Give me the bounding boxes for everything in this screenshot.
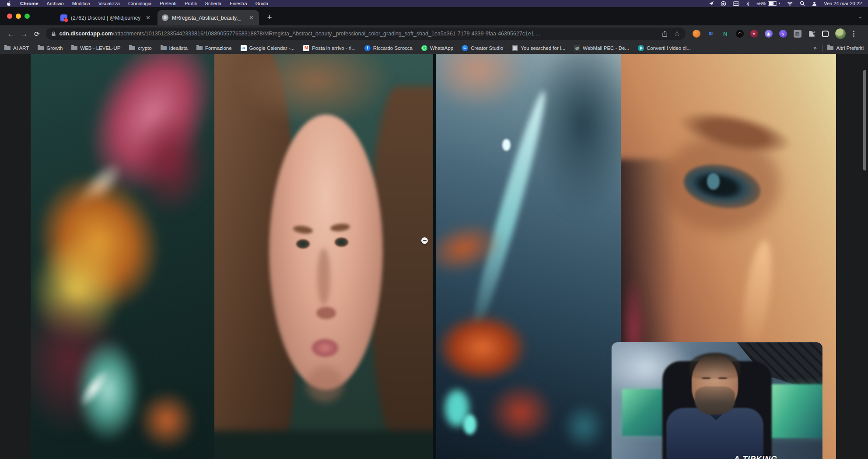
menu-profili[interactable]: Profili — [185, 1, 197, 6]
bookmark-folder-formazione[interactable]: Formazione — [196, 45, 232, 51]
tab-close-icon[interactable]: ✕ — [248, 14, 255, 21]
vertical-scrollbar[interactable] — [863, 70, 866, 170]
bookmark-folder-idealista[interactable]: idealista — [161, 45, 188, 51]
bookmark-facebook-profile[interactable]: fRiccardo Scrocca — [364, 45, 413, 51]
url-path: /attachments/1013512335442333816/1088905… — [113, 31, 540, 37]
ext-orange-fox-icon[interactable] — [693, 30, 700, 38]
folder-icon — [129, 46, 135, 50]
gmail-icon: M — [303, 45, 309, 51]
ext-white-square-icon[interactable] — [822, 31, 829, 37]
bookmark-label: Google Calendar -... — [249, 45, 295, 51]
reload-button[interactable]: ⟳ — [34, 31, 40, 37]
forward-button[interactable]: → — [21, 30, 28, 38]
url-text[interactable]: cdn.discordapp.com/attachments/101351233… — [60, 31, 659, 37]
minimize-window-button[interactable] — [16, 14, 21, 19]
facebook-icon: f — [364, 45, 371, 51]
bookmark-video-converter[interactable]: Converti i video di... — [638, 45, 691, 51]
tab-discord[interactable]: (2762) Discord | @Midjourney ✕ — [56, 10, 156, 25]
menu-cronologia[interactable]: Cronologia — [128, 1, 151, 6]
folder-icon — [4, 46, 10, 50]
battery-percent-label: 56% — [756, 1, 766, 6]
whatsapp-icon — [421, 45, 427, 51]
ext-purple-s-icon[interactable]: s — [779, 30, 787, 38]
bookmark-label: Formazione — [205, 45, 232, 51]
ext-green-n-icon[interactable]: N — [721, 30, 729, 38]
globe-favicon — [162, 14, 168, 21]
menu-chrome[interactable]: Chrome — [20, 1, 38, 6]
mouse-cursor — [421, 237, 428, 244]
folder-icon — [38, 46, 44, 50]
ext-blue-waves-icon[interactable]: ≋ — [707, 30, 715, 38]
bookmark-folder-web-level-up[interactable]: WEB - LEVEL-UP — [71, 45, 120, 51]
bookmark-label: You searched for l... — [521, 45, 565, 51]
webmail-icon: @ — [574, 45, 580, 51]
bluetooth-icon[interactable] — [746, 1, 750, 7]
bookmarks-bar: AI ART Growth WEB - LEVEL-UP crypto idea… — [0, 42, 868, 54]
nav-buttons: ← → ⟳ — [0, 30, 46, 38]
bookmark-folder-growth[interactable]: Growth — [38, 45, 63, 51]
bookmark-creator-studio[interactable]: ∞Creator Studio — [462, 45, 503, 51]
menubar-clock[interactable]: Ven 24 mar 20:22 — [824, 1, 862, 6]
chrome-menu-icon[interactable] — [852, 31, 855, 37]
bookmark-folder-ai-art[interactable]: AI ART — [4, 45, 29, 51]
bookmarks-list: AI ART Growth WEB - LEVEL-UP crypto idea… — [4, 45, 812, 51]
converter-icon — [638, 45, 644, 51]
wifi-icon[interactable] — [787, 1, 793, 6]
bookmark-gmail-inbox[interactable]: MPosta in arrivo - ri... — [303, 45, 356, 51]
omnibox[interactable]: cdn.discordapp.com/attachments/101351233… — [46, 28, 686, 40]
other-favorites-folder[interactable]: Altri Preferiti — [827, 45, 864, 51]
ext-black-circle-icon[interactable]: ◠ — [736, 30, 744, 38]
discord-favicon — [60, 14, 67, 21]
window-controls — [7, 14, 30, 19]
menu-scheda[interactable]: Scheda — [205, 1, 221, 6]
menubar-left: Chrome Archivio Modifica Visualizza Cron… — [6, 0, 268, 7]
artwork-panel-abstract-blue — [433, 54, 621, 459]
tab-image-active[interactable]: MRregista_Abstract_beauty._ ✕ — [158, 10, 259, 25]
menu-archivio[interactable]: Archivio — [47, 1, 64, 6]
ext-red-key-icon[interactable]: ⚬ — [750, 30, 758, 38]
menu-visualizza[interactable]: Visualizza — [98, 1, 120, 6]
menu-preferiti[interactable]: Preferiti — [160, 1, 176, 6]
battery-indicator[interactable]: 56% — [756, 1, 780, 6]
extensions-puzzle-icon[interactable] — [808, 30, 816, 38]
tab-search-chevron-icon[interactable]: ⌄ — [858, 13, 863, 20]
apple-menu-icon[interactable] — [6, 1, 12, 7]
menu-guida[interactable]: Guida — [256, 1, 268, 6]
menu-modifica[interactable]: Modifica — [72, 1, 90, 6]
bookmarks-overflow-chevron[interactable]: » — [812, 45, 818, 51]
tab-title: MRregista_Abstract_beauty._ — [172, 15, 245, 21]
menu-finestra[interactable]: Finestra — [230, 1, 247, 6]
bookmark-label: Riccardo Scrocca — [373, 45, 413, 51]
bookmark-webmail-pec[interactable]: @WebMail PEC - De... — [574, 45, 629, 51]
user-switch-icon[interactable] — [812, 1, 817, 7]
bookmark-whatsapp[interactable]: WhatsApp — [421, 45, 453, 51]
profile-avatar[interactable] — [835, 28, 846, 39]
bookmark-label: AI ART — [13, 45, 29, 51]
location-icon[interactable] — [709, 1, 714, 6]
bookmark-folder-crypto[interactable]: crypto — [129, 45, 151, 51]
bookmark-you-searched[interactable]: You searched for l... — [512, 45, 565, 51]
lock-icon[interactable] — [51, 31, 56, 37]
display-icon[interactable] — [733, 1, 739, 6]
omnibox-actions: ☆ — [662, 30, 680, 37]
ext-purple-eye-icon[interactable]: ◉ — [765, 30, 773, 38]
zoom-window-button[interactable] — [24, 14, 30, 19]
chrome-toolbar: ← → ⟳ cdn.discordapp.com/attachments/101… — [0, 25, 868, 42]
bookmark-star-icon[interactable]: ☆ — [674, 30, 680, 37]
extensions-area: ≋ N ◠ ⚬ ◉ s ▥ — [686, 28, 861, 39]
back-button[interactable]: ← — [7, 30, 14, 38]
screen-record-icon[interactable] — [721, 1, 726, 7]
new-tab-button[interactable]: + — [264, 13, 275, 23]
close-window-button[interactable] — [7, 14, 12, 19]
chrome-tabstrip: (2762) Discord | @Midjourney ✕ MRregista… — [0, 7, 868, 25]
spotlight-icon[interactable] — [800, 1, 805, 6]
webcam-caption-fragment: A TIPKING — [734, 455, 777, 459]
bookmark-google-calendar[interactable]: 31Google Calendar -... — [241, 45, 295, 51]
folder-icon — [71, 46, 77, 50]
artwork-panel-abstract-silk — [31, 54, 214, 459]
ext-gray-grid-icon[interactable]: ▥ — [794, 30, 802, 38]
share-icon[interactable] — [662, 31, 668, 37]
bookmark-label: Converti i video di... — [647, 45, 691, 51]
tab-close-icon[interactable]: ✕ — [145, 14, 151, 21]
bookmark-label: idealista — [169, 45, 188, 51]
